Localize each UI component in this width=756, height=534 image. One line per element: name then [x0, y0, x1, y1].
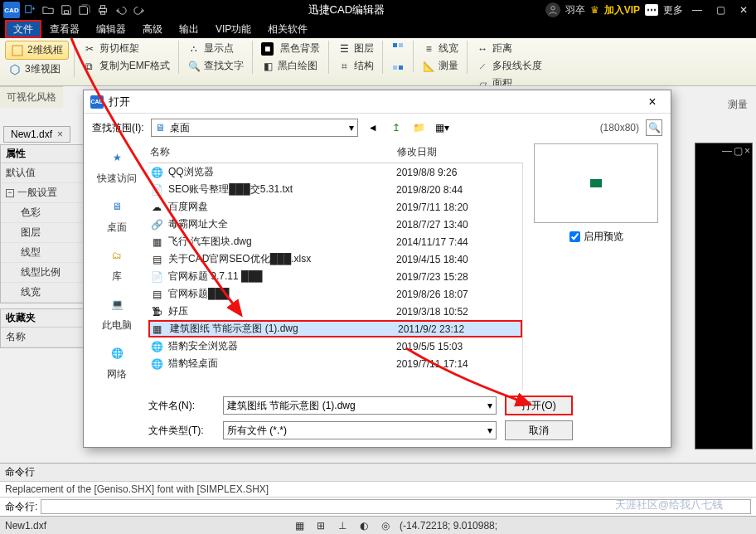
file-row[interactable]: 🌐猎豹安全浏览器2019/5/5 15:03	[148, 337, 522, 355]
menu-file[interactable]: 文件	[5, 20, 41, 38]
file-row[interactable]: 🗜好压2019/3/18 10:52	[148, 303, 522, 320]
btn-copy-emf[interactable]: ⧉复制为EMF格式	[80, 58, 173, 74]
menu-editor[interactable]: 编辑器	[88, 20, 134, 38]
menu-advanced[interactable]: 高级	[134, 20, 171, 38]
save-icon[interactable]	[58, 2, 75, 18]
file-row[interactable]: 🔗毒霸网址大全2018/7/27 13:40	[148, 216, 522, 233]
file-name: 建筑图纸 节能示意图 (1).dwg	[168, 322, 391, 336]
close-button[interactable]: ✕	[734, 1, 753, 19]
default-row[interactable]: 默认值	[1, 163, 84, 183]
redo-icon[interactable]	[131, 2, 148, 18]
file-row[interactable]: 📄官网标题 9.7.11 ███2019/7/23 15:28	[148, 268, 522, 285]
btn-black-bg[interactable]: ■黑色背景	[258, 41, 323, 56]
place-this-pc[interactable]: 💻此电脑	[102, 292, 132, 333]
undo-icon[interactable]	[113, 2, 129, 18]
btn-cut-frame[interactable]: ✂剪切框架	[80, 41, 173, 56]
col-name[interactable]: 名称	[150, 145, 397, 159]
file-row[interactable]: ▦飞行 汽车图块.dwg2014/11/17 7:44	[148, 233, 522, 250]
btn-bw-draw[interactable]: ◧黑白绘图	[258, 58, 323, 74]
col-date[interactable]: 修改日期	[397, 145, 521, 159]
btn-layers[interactable]: ☰图层	[334, 41, 377, 56]
collapse-icon[interactable]: −	[6, 189, 14, 197]
palette-max-icon[interactable]: ▢	[734, 145, 743, 157]
enable-preview-checkbox[interactable]: 启用预览	[569, 230, 623, 244]
filetype-value: 所有文件 (*.*)	[227, 424, 487, 438]
user-avatar-icon[interactable]	[545, 2, 560, 17]
vip-link[interactable]: 加入VIP	[604, 3, 640, 17]
place-desktop[interactable]: 🖥桌面	[103, 194, 131, 235]
prop-color[interactable]: 色彩	[1, 203, 84, 223]
file-row[interactable]: ☁百度网盘2019/7/11 18:20	[148, 198, 522, 216]
prop-layer[interactable]: 图层	[1, 223, 84, 243]
file-row[interactable]: ▤官网标题███2019/8/26 18:07	[148, 285, 522, 303]
drawing-canvas[interactable]: —▢×	[695, 143, 753, 449]
btn-area[interactable]: ▱面积	[472, 75, 545, 86]
up-button[interactable]: ↥	[388, 119, 405, 136]
open-icon[interactable]	[40, 2, 56, 18]
file-row[interactable]: 🌐猎豹轻桌面2019/7/11 17:14	[148, 355, 522, 372]
open-button[interactable]: 打开(O)	[505, 396, 573, 415]
cancel-button[interactable]: 取消	[505, 420, 573, 440]
prop-lineweight[interactable]: 线宽	[1, 283, 84, 303]
file-row[interactable]: 📄SEO账号整理███交5.31.txt2019/8/20 8:44	[148, 181, 522, 198]
osnap-icon[interactable]: ◎	[378, 518, 393, 533]
more-label[interactable]: 更多	[663, 3, 683, 17]
desktop-icon: 🖥	[155, 122, 165, 134]
palette-close-icon[interactable]: ×	[744, 145, 750, 157]
ortho-icon[interactable]: ⊥	[335, 518, 350, 533]
filename-combo[interactable]: 建筑图纸 节能示意图 (1).dwg▾	[223, 396, 497, 415]
file-date: 2019/7/11 18:20	[396, 201, 521, 213]
btn-polylen[interactable]: ⟋多段线长度	[472, 58, 545, 74]
file-icon: ▦	[150, 235, 163, 249]
btn-nav1[interactable]	[388, 41, 408, 56]
menu-related[interactable]: 相关软件	[259, 20, 316, 38]
new-icon[interactable]	[22, 2, 38, 18]
fav-name[interactable]: 名称	[1, 328, 84, 347]
save-all-icon[interactable]	[76, 2, 93, 18]
maximize-button[interactable]: ▢	[711, 1, 729, 19]
grid-icon[interactable]: ⊞	[313, 518, 328, 533]
place-network[interactable]: 🌐网络	[103, 341, 131, 381]
command-input[interactable]	[41, 499, 751, 514]
btn-measure[interactable]: 📐测量	[419, 58, 462, 74]
place-libraries[interactable]: 🗂库	[103, 243, 131, 284]
minimize-button[interactable]: —	[688, 1, 706, 19]
btn-lineweight[interactable]: ≡线宽	[419, 41, 462, 56]
menu-viewer[interactable]: 查看器	[41, 20, 88, 38]
file-icon: 📄	[150, 183, 163, 197]
more-icon[interactable]: ⋯	[645, 4, 658, 16]
polar-icon[interactable]: ◐	[356, 518, 371, 533]
view-menu-button[interactable]: ▦▾	[434, 119, 451, 136]
btn-show-points[interactable]: ∴显示点	[184, 41, 247, 56]
file-row[interactable]: ▦建筑图纸 节能示意图 (1).dwg2011/9/2 23:12	[148, 320, 522, 337]
general-row[interactable]: −一般设置	[1, 183, 84, 203]
username[interactable]: 羽卒	[565, 3, 585, 17]
snap-icon[interactable]: ▦	[292, 518, 307, 533]
btn-2d-wireframe[interactable]: 2维线框	[5, 41, 69, 60]
prop-linetype[interactable]: 线型	[1, 243, 84, 263]
menu-output[interactable]: 输出	[171, 20, 207, 38]
back-button[interactable]: ◄	[365, 119, 381, 136]
file-row[interactable]: 🌐QQ浏览器2019/8/8 9:26	[148, 163, 522, 181]
file-row[interactable]: ▤关于CAD官网SEO优化███.xlsx2019/4/15 18:40	[148, 250, 522, 268]
new-folder-button[interactable]: 📁	[411, 119, 428, 136]
btn-nav2[interactable]	[388, 57, 408, 72]
btn-3d-view[interactable]: 3维视图	[5, 61, 69, 77]
file-list[interactable]: 🌐QQ浏览器2019/8/8 9:26📄SEO账号整理███交5.31.txt2…	[148, 163, 523, 391]
file-date: 2019/7/11 17:14	[396, 358, 521, 370]
prop-ltscale[interactable]: 线型比例	[1, 263, 84, 283]
palette-min-icon[interactable]: —	[722, 145, 732, 157]
menu-vip[interactable]: VIP功能	[207, 20, 259, 38]
filetype-combo[interactable]: 所有文件 (*.*)▾	[223, 421, 497, 439]
dialog-close-button[interactable]: ×	[641, 90, 664, 114]
quickaccess-icon: ★	[103, 145, 131, 170]
lookin-combo[interactable]: 🖥 桌面 ▾	[151, 119, 358, 137]
checkbox[interactable]	[569, 231, 580, 242]
btn-find-text[interactable]: 🔍查找文字	[184, 58, 247, 74]
label: 剪切框架	[99, 41, 139, 56]
btn-distance[interactable]: ↔距离	[472, 41, 545, 56]
place-quick-access[interactable]: ★快速访问	[97, 145, 137, 186]
print-icon[interactable]	[94, 2, 111, 18]
btn-structure[interactable]: ⌗结构	[334, 58, 377, 74]
preview-tool-button[interactable]: 🔍	[646, 119, 662, 136]
